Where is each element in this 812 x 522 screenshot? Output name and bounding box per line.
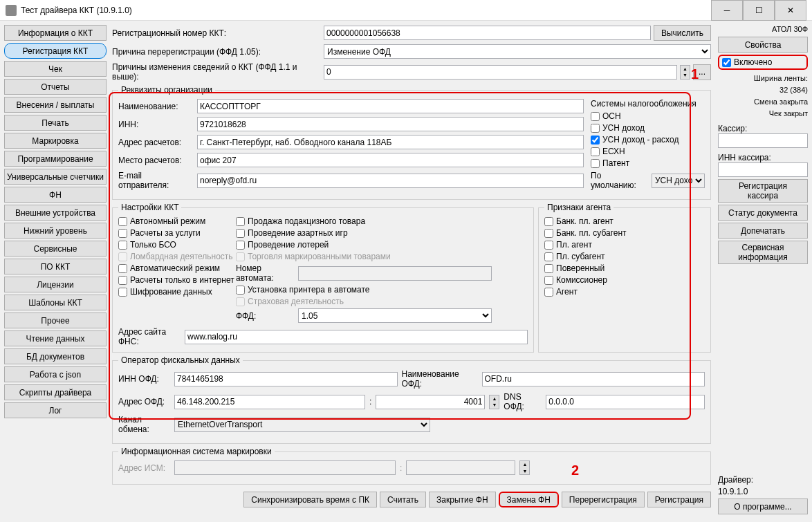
kkt-encrypt-checkbox[interactable]: [118, 288, 127, 297]
cashier-inn-input[interactable]: [718, 162, 808, 177]
cashier-label: Кассир:: [718, 124, 808, 133]
ofd-channel-select[interactable]: EthernetOverTransport: [174, 418, 430, 432]
service-info-button[interactable]: Сервисная информация: [718, 241, 808, 264]
sidebar-item-service[interactable]: Сервисные: [4, 241, 107, 257]
org-inn-input[interactable]: [197, 117, 584, 131]
sidebar-item-info[interactable]: Информация о ККТ: [4, 25, 107, 41]
sync-time-button[interactable]: Синхронизировать время с ПК: [243, 492, 377, 507]
agent-bank-checkbox[interactable]: [544, 217, 553, 226]
sidebar-item-licenses[interactable]: Лицензии: [4, 277, 107, 292]
rereg-reason-select[interactable]: Изменение ОФД: [324, 44, 711, 59]
ofd-dns-input[interactable]: [546, 395, 705, 409]
app-icon: [6, 5, 17, 16]
compute-button[interactable]: Вычислить: [654, 25, 711, 41]
agent-agent-checkbox[interactable]: [544, 288, 553, 297]
sidebar-item-db[interactable]: БД документов: [4, 348, 107, 364]
sidebar-item-marking[interactable]: Маркировка: [4, 133, 107, 149]
close-fn-button[interactable]: Закрытие ФН: [429, 492, 495, 507]
shift-status: Смена закрыта: [718, 97, 808, 106]
kkt-services-checkbox[interactable]: [118, 229, 127, 238]
reprint-button[interactable]: Допечатать: [718, 223, 808, 239]
ofd-addr-input[interactable]: [174, 395, 365, 409]
sidebar: Информация о ККТ Регистрация ККТ Чек Отч…: [3, 24, 108, 516]
sidebar-item-json[interactable]: Работа с json: [4, 366, 107, 382]
agent-bank-sub-checkbox[interactable]: [544, 229, 553, 238]
kkt-ffd-select[interactable]: 1.05: [298, 308, 492, 323]
org-email-input[interactable]: [197, 174, 584, 188]
reg-button[interactable]: Регистрация: [647, 492, 711, 507]
agent-pay-checkbox[interactable]: [544, 241, 553, 250]
tape-value: 32 (384): [718, 86, 808, 94]
org-place-input[interactable]: [197, 153, 584, 167]
sidebar-item-fn[interactable]: ФН: [4, 187, 107, 203]
tax-patent-checkbox[interactable]: [591, 159, 600, 168]
org-name-label: Наименование:: [118, 102, 193, 111]
sidebar-item-firmware[interactable]: ПО ККТ: [4, 259, 107, 274]
org-addr-input[interactable]: [197, 135, 584, 149]
kkt-auto-checkbox[interactable]: [118, 264, 127, 273]
reg-number-input[interactable]: [324, 26, 651, 40]
sidebar-item-scripts[interactable]: Скрипты драйвера: [4, 384, 107, 400]
sidebar-item-lowlevel[interactable]: Нижний уровень: [4, 223, 107, 239]
agent-pay-sub-checkbox[interactable]: [544, 252, 553, 261]
kkt-autonomous-checkbox[interactable]: [118, 217, 127, 226]
kkt-bso-checkbox[interactable]: [118, 241, 127, 250]
kkt-lottery-checkbox[interactable]: [236, 241, 245, 250]
kkt-gambling-checkbox[interactable]: [236, 229, 245, 238]
sidebar-item-counters[interactable]: Универсальные счетчики: [4, 169, 107, 185]
sidebar-item-readdata[interactable]: Чтение данных: [4, 330, 107, 346]
sidebar-item-deposits[interactable]: Внесения / выплаты: [4, 97, 107, 113]
tape-label: Ширина ленты:: [718, 74, 808, 82]
doc-status-button[interactable]: Статус документа: [718, 205, 808, 221]
kkt-internet-checkbox[interactable]: [118, 276, 127, 285]
kkt-legend: Настройки ККТ: [118, 203, 181, 212]
tax-esxn-checkbox[interactable]: [591, 147, 600, 156]
maximize-button[interactable]: ☐: [743, 0, 775, 21]
ofd-inn-input[interactable]: [174, 372, 398, 386]
kkt-printer-checkbox[interactable]: [236, 286, 245, 295]
sidebar-item-print[interactable]: Печать: [4, 115, 107, 131]
org-place-label: Место расчетов:: [118, 156, 193, 165]
sidebar-item-log[interactable]: Лог: [4, 402, 107, 418]
sidebar-item-templates[interactable]: Шаблоны ККТ: [4, 295, 107, 310]
ofd-channel-label: Канал обмена:: [118, 415, 170, 434]
replace-fn-button[interactable]: Замена ФН: [499, 492, 559, 507]
ofd-port-spinner[interactable]: ▲▼: [489, 395, 499, 409]
ofd-port-input[interactable]: [376, 395, 485, 409]
reg-number-label: Регистрационный номер ККТ:: [112, 28, 321, 38]
kkt-excise-checkbox[interactable]: [236, 217, 245, 226]
sidebar-item-programming[interactable]: Программирование: [4, 151, 107, 167]
fns-input[interactable]: [185, 330, 528, 344]
read-button[interactable]: Считать: [380, 492, 426, 507]
properties-button[interactable]: Свойства: [718, 37, 808, 53]
enabled-checkbox[interactable]: [722, 58, 731, 67]
register-cashier-button[interactable]: Регистрация кассира: [718, 179, 808, 203]
tax-osn-checkbox[interactable]: [591, 112, 600, 121]
agent-trusted-checkbox[interactable]: [544, 264, 553, 273]
tax-usn-income-checkbox[interactable]: [591, 124, 600, 133]
ism-port-input: [406, 460, 515, 475]
cashier-input[interactable]: [718, 133, 808, 148]
ofd-name-input[interactable]: [482, 372, 705, 386]
sidebar-item-external[interactable]: Внешние устройства: [4, 205, 107, 221]
org-inn-label: ИНН:: [118, 120, 193, 129]
org-name-input[interactable]: [197, 99, 584, 113]
main-panel: 1 2 Регистрационный номер ККТ: Вычислить…: [111, 24, 714, 516]
tax-default-select[interactable]: УСН дохо: [652, 174, 705, 188]
sidebar-item-reports[interactable]: Отчеты: [4, 79, 107, 95]
agent-commiss-checkbox[interactable]: [544, 276, 553, 285]
changes-reason-input[interactable]: [324, 65, 677, 80]
annotation-2: 2: [571, 463, 579, 478]
minimize-button[interactable]: ─: [711, 0, 743, 21]
changes-reason-label: Причины изменения сведений о ККТ (ФФД 1.…: [112, 62, 321, 82]
sidebar-item-check[interactable]: Чек: [4, 61, 107, 77]
about-button[interactable]: О программе...: [718, 498, 808, 514]
changes-spinner[interactable]: ▲▼: [680, 65, 690, 80]
tax-usn-income-exp-checkbox[interactable]: [591, 136, 600, 145]
rereg-button[interactable]: Перерегистрация: [562, 492, 645, 507]
ism-fieldset: Информационная система маркировки Адрес …: [112, 447, 711, 485]
sidebar-item-registration[interactable]: Регистрация ККТ: [4, 43, 107, 59]
close-button[interactable]: ✕: [775, 0, 806, 21]
sidebar-item-other[interactable]: Прочее: [4, 313, 107, 328]
ism-port-spinner: ▲▼: [519, 460, 530, 475]
